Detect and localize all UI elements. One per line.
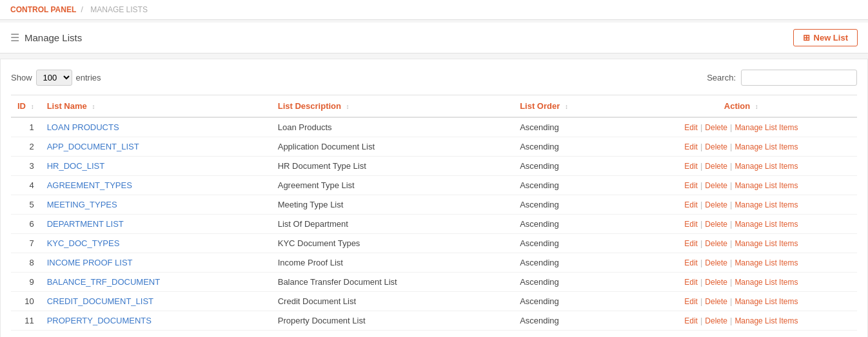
cell-description: HR Document Type List	[271, 157, 513, 176]
delete-link[interactable]: Delete	[705, 258, 727, 267]
manage-list-items-link[interactable]: Manage List Items	[735, 297, 798, 306]
cell-id: 5	[11, 195, 41, 215]
new-list-button[interactable]: ⊞ New List	[793, 29, 858, 46]
edit-link[interactable]: Edit	[684, 162, 698, 171]
col-header-description[interactable]: List Description ↕	[271, 95, 513, 118]
sep1: |	[700, 161, 702, 171]
manage-list-items-link[interactable]: Manage List Items	[735, 181, 798, 190]
edit-link[interactable]: Edit	[684, 239, 698, 248]
cell-action: Edit | Delete | Manage List Items	[626, 137, 857, 157]
breadcrumb-manage-lists: MANAGE LISTS	[90, 5, 148, 14]
col-header-name[interactable]: List Name ↕	[41, 95, 271, 118]
sep1: |	[700, 180, 702, 190]
table-row: 5 MEETING_TYPES Meeting Type List Ascend…	[11, 195, 857, 215]
manage-list-items-link[interactable]: Manage List Items	[735, 123, 798, 132]
cell-name: MEETING_TYPES	[41, 195, 271, 215]
lists-table: ID ↕ List Name ↕ List Description ↕ List…	[11, 95, 857, 337]
delete-link[interactable]: Delete	[705, 162, 727, 171]
cell-id: 8	[11, 253, 41, 273]
col-header-id[interactable]: ID ↕	[11, 95, 41, 118]
sep1: |	[700, 258, 702, 267]
sep1: |	[700, 316, 702, 325]
sep1: |	[700, 238, 702, 248]
cell-order: Ascending	[513, 311, 626, 331]
cell-name: LEGAL_DOCUMENT_LIST	[41, 331, 271, 338]
edit-link[interactable]: Edit	[684, 142, 698, 151]
cell-id: 2	[11, 137, 41, 157]
delete-link[interactable]: Delete	[705, 123, 727, 132]
edit-link[interactable]: Edit	[684, 297, 698, 306]
edit-link[interactable]: Edit	[684, 220, 698, 229]
cell-name: AGREEMENT_TYPES	[41, 176, 271, 195]
delete-link[interactable]: Delete	[705, 142, 727, 151]
table-row: 11 PROPERTY_DOCUMENTS Property Document …	[11, 311, 857, 331]
cell-order: Ascending	[513, 292, 626, 311]
panel-title-area: ☰ Manage Lists	[10, 32, 82, 44]
search-input[interactable]	[741, 70, 857, 86]
delete-link[interactable]: Delete	[705, 181, 727, 190]
cell-name: PROPERTY_DOCUMENTS	[41, 311, 271, 331]
edit-link[interactable]: Edit	[684, 258, 698, 267]
sep2: |	[730, 296, 732, 306]
cell-order: Ascending	[513, 117, 626, 137]
delete-link[interactable]: Delete	[705, 297, 727, 306]
hamburger-icon[interactable]: ☰	[10, 32, 19, 44]
entries-select[interactable]: 10 25 50 100	[36, 70, 72, 86]
manage-list-items-link[interactable]: Manage List Items	[735, 278, 798, 287]
manage-list-items-link[interactable]: Manage List Items	[735, 220, 798, 229]
cell-description: Application Document List	[271, 137, 513, 157]
delete-link[interactable]: Delete	[705, 200, 727, 209]
sep2: |	[730, 161, 732, 171]
sort-icon-action: ↕	[755, 103, 758, 110]
sort-icon-desc: ↕	[346, 103, 350, 110]
cell-action: Edit | Delete | Manage List Items	[626, 273, 857, 292]
table-row: 6 DEPARTMENT LIST List Of Department Asc…	[11, 215, 857, 234]
edit-link[interactable]: Edit	[684, 200, 698, 209]
show-entries-area: Show 10 25 50 100 entries	[11, 70, 101, 86]
manage-list-items-link[interactable]: Manage List Items	[735, 142, 798, 151]
manage-list-items-link[interactable]: Manage List Items	[735, 239, 798, 248]
manage-list-items-link[interactable]: Manage List Items	[735, 162, 798, 171]
delete-link[interactable]: Delete	[705, 220, 727, 229]
cell-order: Ascending	[513, 215, 626, 234]
delete-link[interactable]: Delete	[705, 239, 727, 248]
edit-link[interactable]: Edit	[684, 123, 698, 132]
sep1: |	[700, 296, 702, 306]
cell-action: Edit | Delete | Manage List Items	[626, 176, 857, 195]
cell-id: 1	[11, 117, 41, 137]
table-row: 12 LEGAL_DOCUMENT_LIST Legal Document Li…	[11, 331, 857, 338]
manage-list-items-link[interactable]: Manage List Items	[735, 316, 798, 325]
sep2: |	[730, 316, 732, 325]
sort-icon-name: ↕	[92, 103, 95, 110]
col-header-order[interactable]: List Order ↕	[513, 95, 626, 118]
cell-description: Income Proof List	[271, 253, 513, 273]
sep2: |	[730, 258, 732, 267]
edit-link[interactable]: Edit	[684, 181, 698, 190]
cell-order: Ascending	[513, 273, 626, 292]
manage-list-items-link[interactable]: Manage List Items	[735, 258, 798, 267]
edit-link[interactable]: Edit	[684, 316, 698, 325]
cell-description: Meeting Type List	[271, 195, 513, 215]
breadcrumb-control-panel[interactable]: CONTROL PANEL	[10, 5, 76, 14]
cell-name: BALANCE_TRF_DOCUMENT	[41, 273, 271, 292]
new-list-icon: ⊞	[803, 33, 810, 43]
breadcrumb: CONTROL PANEL / MANAGE LISTS	[0, 0, 868, 20]
manage-list-items-link[interactable]: Manage List Items	[735, 200, 798, 209]
table-row: 4 AGREEMENT_TYPES Agreement Type List As…	[11, 176, 857, 195]
table-row: 2 APP_DOCUMENT_LIST Application Document…	[11, 137, 857, 157]
table-row: 3 HR_DOC_LIST HR Document Type List Asce…	[11, 157, 857, 176]
delete-link[interactable]: Delete	[705, 316, 727, 325]
cell-description: Legal Document List	[271, 331, 513, 338]
cell-order: Ascending	[513, 331, 626, 338]
cell-name: DEPARTMENT LIST	[41, 215, 271, 234]
sep2: |	[730, 142, 732, 151]
table-header-row: ID ↕ List Name ↕ List Description ↕ List…	[11, 95, 857, 118]
cell-name: INCOME PROOF LIST	[41, 253, 271, 273]
table-row: 9 BALANCE_TRF_DOCUMENT Balance Transfer …	[11, 273, 857, 292]
col-header-action[interactable]: Action ↕	[626, 95, 857, 118]
delete-link[interactable]: Delete	[705, 278, 727, 287]
edit-link[interactable]: Edit	[684, 278, 698, 287]
sort-icon-id: ↕	[31, 103, 34, 110]
cell-name: CREDIT_DOCUMENT_LIST	[41, 292, 271, 311]
cell-description: Credit Document List	[271, 292, 513, 311]
